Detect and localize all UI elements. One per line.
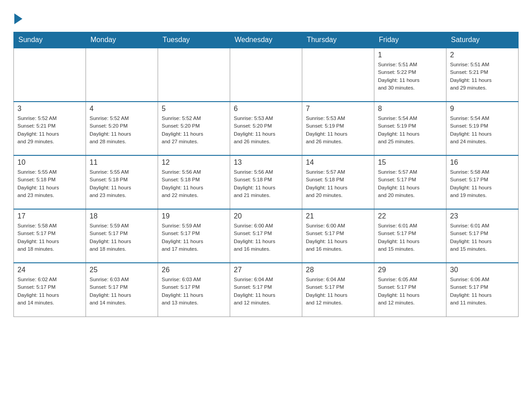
calendar-cell: 8Sunrise: 5:54 AMSunset: 5:19 PMDaylight… <box>374 102 446 155</box>
calendar-cell: 12Sunrise: 5:56 AMSunset: 5:18 PMDayligh… <box>158 155 230 209</box>
day-number: 27 <box>234 266 298 274</box>
day-info: Sunrise: 6:01 AMSunset: 5:17 PMDaylight:… <box>378 222 442 253</box>
calendar-cell: 5Sunrise: 5:52 AMSunset: 5:20 PMDaylight… <box>158 102 230 155</box>
calendar-cell: 14Sunrise: 5:57 AMSunset: 5:18 PMDayligh… <box>302 155 374 209</box>
day-info: Sunrise: 5:53 AMSunset: 5:19 PMDaylight:… <box>306 115 370 146</box>
calendar-table: SundayMondayTuesdayWednesdayThursdayFrid… <box>13 32 519 317</box>
calendar-cell: 25Sunrise: 6:03 AMSunset: 5:17 PMDayligh… <box>86 263 158 317</box>
day-info: Sunrise: 5:54 AMSunset: 5:19 PMDaylight:… <box>378 115 442 146</box>
day-info: Sunrise: 5:56 AMSunset: 5:18 PMDaylight:… <box>162 168 226 199</box>
calendar-cell: 27Sunrise: 6:04 AMSunset: 5:17 PMDayligh… <box>230 263 302 317</box>
day-number: 4 <box>90 105 154 113</box>
day-info: Sunrise: 6:05 AMSunset: 5:17 PMDaylight:… <box>378 276 442 307</box>
day-number: 11 <box>90 158 154 167</box>
day-number: 24 <box>17 266 82 274</box>
day-info: Sunrise: 5:54 AMSunset: 5:19 PMDaylight:… <box>450 115 515 146</box>
day-info: Sunrise: 6:01 AMSunset: 5:17 PMDaylight:… <box>450 222 515 253</box>
calendar-cell: 16Sunrise: 5:58 AMSunset: 5:17 PMDayligh… <box>446 155 519 209</box>
day-info: Sunrise: 5:57 AMSunset: 5:18 PMDaylight:… <box>306 168 370 199</box>
calendar-cell: 24Sunrise: 6:02 AMSunset: 5:17 PMDayligh… <box>14 263 86 317</box>
calendar-week-row: 1Sunrise: 5:51 AMSunset: 5:22 PMDaylight… <box>14 48 519 102</box>
day-info: Sunrise: 5:55 AMSunset: 5:18 PMDaylight:… <box>17 168 82 199</box>
calendar-cell: 9Sunrise: 5:54 AMSunset: 5:19 PMDaylight… <box>446 102 519 155</box>
logo-arrow-icon <box>14 13 22 24</box>
calendar-cell: 20Sunrise: 6:00 AMSunset: 5:17 PMDayligh… <box>230 209 302 263</box>
day-number: 23 <box>450 212 515 220</box>
day-info: Sunrise: 5:55 AMSunset: 5:18 PMDaylight:… <box>90 168 154 199</box>
calendar-cell <box>86 48 158 102</box>
weekday-header-sunday: Sunday <box>14 32 86 48</box>
day-info: Sunrise: 6:03 AMSunset: 5:17 PMDaylight:… <box>162 276 226 307</box>
calendar-cell: 28Sunrise: 6:04 AMSunset: 5:17 PMDayligh… <box>302 263 374 317</box>
day-number: 26 <box>162 266 226 274</box>
calendar-cell <box>158 48 230 102</box>
weekday-header-row: SundayMondayTuesdayWednesdayThursdayFrid… <box>14 32 519 48</box>
calendar-cell <box>302 48 374 102</box>
day-number: 30 <box>450 266 515 274</box>
day-number: 3 <box>17 105 82 113</box>
day-number: 25 <box>90 266 154 274</box>
day-info: Sunrise: 5:52 AMSunset: 5:21 PMDaylight:… <box>17 115 82 146</box>
day-info: Sunrise: 5:58 AMSunset: 5:17 PMDaylight:… <box>450 168 515 199</box>
day-info: Sunrise: 5:56 AMSunset: 5:18 PMDaylight:… <box>234 168 298 199</box>
day-number: 2 <box>450 51 515 59</box>
day-info: Sunrise: 5:52 AMSunset: 5:20 PMDaylight:… <box>90 115 154 146</box>
day-number: 16 <box>450 158 515 167</box>
day-number: 14 <box>306 158 370 167</box>
weekday-header-tuesday: Tuesday <box>158 32 230 48</box>
calendar-cell: 19Sunrise: 5:59 AMSunset: 5:17 PMDayligh… <box>158 209 230 263</box>
day-info: Sunrise: 6:00 AMSunset: 5:17 PMDaylight:… <box>234 222 298 253</box>
day-info: Sunrise: 6:00 AMSunset: 5:17 PMDaylight:… <box>306 222 370 253</box>
calendar-cell: 23Sunrise: 6:01 AMSunset: 5:17 PMDayligh… <box>446 209 519 263</box>
calendar-week-row: 17Sunrise: 5:58 AMSunset: 5:17 PMDayligh… <box>14 209 519 263</box>
calendar-cell: 26Sunrise: 6:03 AMSunset: 5:17 PMDayligh… <box>158 263 230 317</box>
day-info: Sunrise: 5:58 AMSunset: 5:17 PMDaylight:… <box>17 222 82 253</box>
weekday-header-friday: Friday <box>374 32 446 48</box>
day-info: Sunrise: 5:59 AMSunset: 5:17 PMDaylight:… <box>90 222 154 253</box>
day-number: 6 <box>234 105 298 113</box>
calendar-cell: 17Sunrise: 5:58 AMSunset: 5:17 PMDayligh… <box>14 209 86 263</box>
calendar-cell <box>230 48 302 102</box>
day-info: Sunrise: 6:04 AMSunset: 5:17 PMDaylight:… <box>306 276 370 307</box>
day-number: 29 <box>378 266 442 274</box>
calendar-cell: 1Sunrise: 5:51 AMSunset: 5:22 PMDaylight… <box>374 48 446 102</box>
calendar-cell: 11Sunrise: 5:55 AMSunset: 5:18 PMDayligh… <box>86 155 158 209</box>
day-number: 7 <box>306 105 370 113</box>
day-number: 28 <box>306 266 370 274</box>
day-number: 20 <box>234 212 298 220</box>
weekday-header-wednesday: Wednesday <box>230 32 302 48</box>
day-number: 15 <box>378 158 442 167</box>
calendar-cell: 6Sunrise: 5:53 AMSunset: 5:20 PMDaylight… <box>230 102 302 155</box>
calendar-cell: 4Sunrise: 5:52 AMSunset: 5:20 PMDaylight… <box>86 102 158 155</box>
day-number: 22 <box>378 212 442 220</box>
calendar-week-row: 10Sunrise: 5:55 AMSunset: 5:18 PMDayligh… <box>14 155 519 209</box>
day-number: 21 <box>306 212 370 220</box>
day-number: 5 <box>162 105 226 113</box>
calendar-week-row: 3Sunrise: 5:52 AMSunset: 5:21 PMDaylight… <box>14 102 519 155</box>
day-number: 17 <box>17 212 82 220</box>
calendar-cell: 13Sunrise: 5:56 AMSunset: 5:18 PMDayligh… <box>230 155 302 209</box>
day-info: Sunrise: 6:02 AMSunset: 5:17 PMDaylight:… <box>17 276 82 307</box>
day-info: Sunrise: 5:52 AMSunset: 5:20 PMDaylight:… <box>162 115 226 146</box>
calendar-cell: 3Sunrise: 5:52 AMSunset: 5:21 PMDaylight… <box>14 102 86 155</box>
calendar-cell: 22Sunrise: 6:01 AMSunset: 5:17 PMDayligh… <box>374 209 446 263</box>
calendar-cell: 10Sunrise: 5:55 AMSunset: 5:18 PMDayligh… <box>14 155 86 209</box>
calendar-cell: 18Sunrise: 5:59 AMSunset: 5:17 PMDayligh… <box>86 209 158 263</box>
day-number: 19 <box>162 212 226 220</box>
calendar-cell: 21Sunrise: 6:00 AMSunset: 5:17 PMDayligh… <box>302 209 374 263</box>
calendar-cell: 2Sunrise: 5:51 AMSunset: 5:21 PMDaylight… <box>446 48 519 102</box>
day-number: 13 <box>234 158 298 167</box>
day-info: Sunrise: 5:53 AMSunset: 5:20 PMDaylight:… <box>234 115 298 146</box>
day-number: 1 <box>378 51 442 59</box>
day-info: Sunrise: 5:51 AMSunset: 5:22 PMDaylight:… <box>378 61 442 92</box>
day-number: 18 <box>90 212 154 220</box>
day-info: Sunrise: 5:59 AMSunset: 5:17 PMDaylight:… <box>162 222 226 253</box>
day-info: Sunrise: 6:04 AMSunset: 5:17 PMDaylight:… <box>234 276 298 307</box>
day-info: Sunrise: 6:03 AMSunset: 5:17 PMDaylight:… <box>90 276 154 307</box>
calendar-cell <box>14 48 86 102</box>
day-number: 12 <box>162 158 226 167</box>
calendar-cell: 29Sunrise: 6:05 AMSunset: 5:17 PMDayligh… <box>374 263 446 317</box>
calendar-week-row: 24Sunrise: 6:02 AMSunset: 5:17 PMDayligh… <box>14 263 519 317</box>
day-info: Sunrise: 6:06 AMSunset: 5:17 PMDaylight:… <box>450 276 515 307</box>
day-number: 8 <box>378 105 442 113</box>
